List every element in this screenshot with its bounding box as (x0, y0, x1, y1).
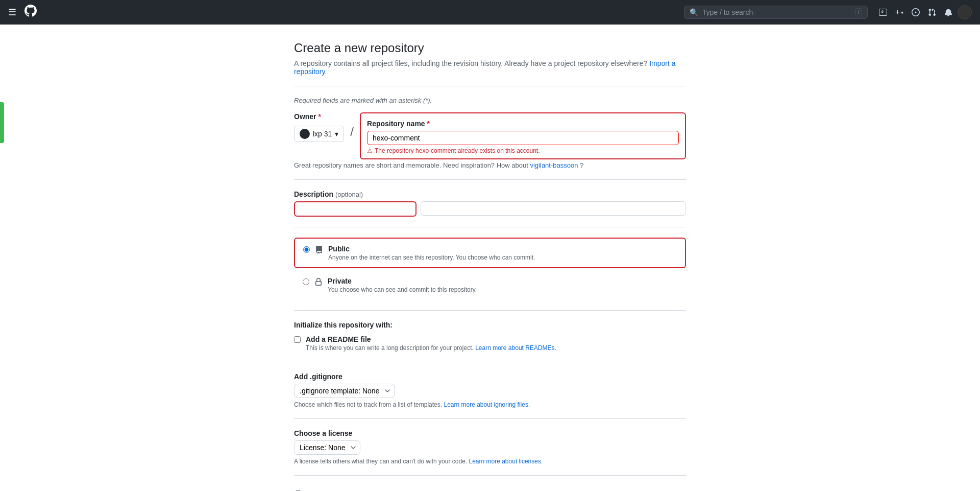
divider-5 (294, 362, 686, 362)
public-title: Public (328, 245, 535, 253)
license-note: A license tells others what they can and… (294, 458, 686, 465)
visibility-section: Public Anyone on the internet can see th… (294, 238, 686, 300)
owner-select[interactable]: lxp 31 ▾ (294, 126, 344, 142)
inspiration-text: Great repository names are short and mem… (294, 161, 686, 169)
divider-4 (294, 310, 686, 311)
divider-7 (294, 475, 686, 476)
readme-content: Add a README file This is where you can … (306, 335, 556, 352)
license-select[interactable]: License: None (294, 440, 360, 455)
required-fields-note: Required fields are marked with an aster… (294, 97, 686, 104)
terminal-button[interactable] (876, 5, 890, 19)
plus-icon: + (895, 8, 900, 17)
private-radio[interactable] (303, 278, 309, 285)
divider-1 (294, 86, 686, 86)
main-content: Create a new repository A repository con… (0, 25, 980, 491)
license-title: Choose a license (294, 429, 686, 437)
gitignore-title: Add .gitignore (294, 372, 686, 381)
repo-name-label: Repository name * (367, 120, 679, 128)
readme-label: Add a README file (306, 335, 556, 343)
gitignore-note: Choose which files not to track from a l… (294, 401, 686, 408)
new-item-button[interactable]: + ▾ (892, 5, 906, 20)
pull-requests-button[interactable] (925, 5, 939, 19)
readme-checkbox[interactable] (294, 336, 301, 343)
description-input-left[interactable] (295, 202, 415, 216)
private-option-content: Private You choose who can see and commi… (328, 277, 477, 293)
readme-learn-more-link[interactable]: Learn more about READMEs. (475, 344, 556, 352)
notifications-button[interactable] (941, 5, 955, 19)
public-description: Anyone on the internet can see this repo… (328, 254, 535, 261)
left-accent-decoration (0, 102, 4, 143)
page-title: Create a new repository (294, 41, 686, 55)
owner-label: Owner * (294, 112, 344, 121)
page-subtitle: A repository contains all project files,… (294, 59, 686, 76)
public-radio[interactable] (303, 246, 310, 253)
init-section: Initialize this repository with: Add a R… (294, 321, 686, 352)
init-title: Initialize this repository with: (294, 321, 686, 329)
github-logo-icon (24, 5, 37, 20)
hamburger-menu-button[interactable]: ☰ (8, 7, 16, 18)
gitignore-section: Add .gitignore .gitignore template: None… (294, 372, 686, 408)
owner-avatar (300, 129, 310, 139)
search-input[interactable] (702, 8, 851, 16)
repo-name-error: ⚠ The repository hexo-comment already ex… (367, 147, 679, 154)
description-section: Description (optional) (294, 190, 686, 217)
license-section: Choose a license License: None A license… (294, 429, 686, 465)
top-navigation: ☰ 🔍 / + ▾ (0, 0, 980, 25)
public-option[interactable]: Public Anyone on the internet can see th… (294, 238, 686, 268)
repo-name-input[interactable] (367, 131, 679, 145)
private-description: You choose who can see and commit to thi… (328, 286, 477, 293)
description-input-right[interactable] (421, 201, 686, 216)
public-icon (315, 246, 323, 256)
path-separator: / (348, 125, 356, 139)
owner-dropdown-icon: ▾ (335, 130, 338, 138)
search-bar[interactable]: 🔍 / (684, 6, 868, 19)
avatar[interactable] (958, 5, 972, 19)
readme-description: This is where you can write a long descr… (306, 344, 556, 352)
divider-2 (294, 179, 686, 180)
owner-value: lxp 31 (313, 130, 332, 138)
license-learn-more-link[interactable]: Learn more about licenses. (469, 458, 543, 465)
error-icon: ⚠ (367, 147, 373, 154)
suggestion-link[interactable]: vigilant-bassoon (530, 161, 578, 169)
private-title: Private (328, 277, 477, 285)
private-option[interactable]: Private You choose who can see and commi… (294, 270, 686, 300)
readme-checkbox-row: Add a README file This is where you can … (294, 335, 686, 352)
description-label: Description (optional) (294, 190, 686, 198)
gitignore-select[interactable]: .gitignore template: None (294, 384, 395, 398)
footer-note: ℹ You are creating a public repository i… (294, 486, 686, 491)
divider-6 (294, 418, 686, 419)
private-icon (314, 278, 323, 289)
public-option-content: Public Anyone on the internet can see th… (328, 245, 535, 261)
nav-icons: + ▾ (876, 5, 972, 20)
form-container: Create a new repository A repository con… (286, 25, 694, 491)
chevron-down-icon: ▾ (901, 10, 903, 15)
gitignore-learn-more-link[interactable]: Learn more about ignoring files. (444, 401, 530, 408)
divider-3 (294, 227, 686, 227)
issues-button[interactable] (909, 5, 923, 19)
search-icon: 🔍 (690, 8, 698, 16)
owner-section: Owner * lxp 31 ▾ (294, 112, 344, 142)
search-slash-hint: / (855, 8, 862, 16)
